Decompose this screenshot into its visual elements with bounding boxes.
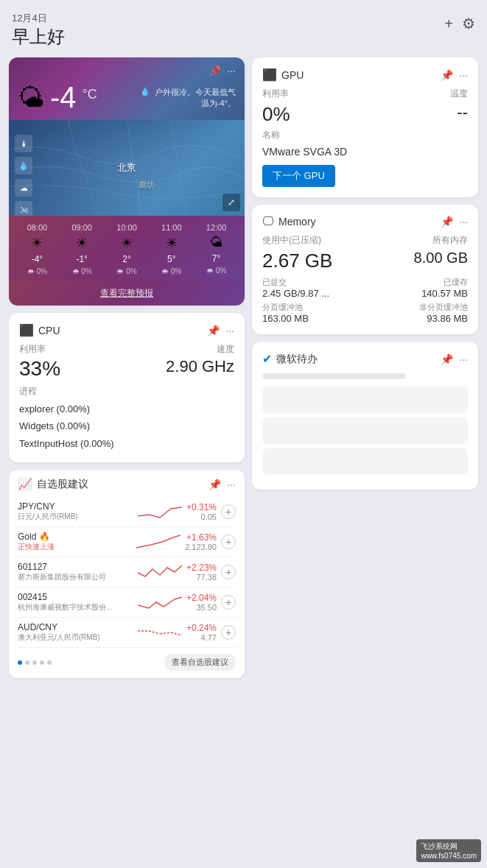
memory-committed-label: 已提交 xyxy=(262,277,362,288)
stocks-card: 📈 自选股建议 📌 ··· JPY/CNY 日元/人民币(RMB) xyxy=(9,470,245,678)
memory-icon: 🖵 xyxy=(262,215,274,228)
hourly-icon-4: 🌤 xyxy=(210,235,223,250)
hourly-item-1: 09:00 ☀ -1° 🌧 0% xyxy=(60,223,105,275)
dot-4[interactable] xyxy=(47,660,52,665)
weather-forecast-link[interactable]: 查看完整预报 xyxy=(9,280,245,306)
gpu-next-button[interactable]: 下一个 GPU xyxy=(262,165,335,187)
svg-line-6 xyxy=(171,632,182,635)
gpu-temp-value: -- xyxy=(457,103,468,126)
weather-pin-icon[interactable]: 📌 xyxy=(209,65,221,77)
todo-card-actions: 📌 ··· xyxy=(441,353,468,365)
memory-cached-section: 已缓存 140.57 MB xyxy=(368,277,469,299)
hourly-icon-0: ☀ xyxy=(31,235,43,251)
hourly-item-4: 12:00 🌤 7° 🌧 0% xyxy=(194,223,239,275)
memory-paged-label: 分页缓冲池 xyxy=(262,302,362,313)
stock-symbol-4: AUD/CNY xyxy=(18,622,133,632)
stock-item-2: 601127 赛力斯新集团股份有限公司 +2.23% 77.38 + xyxy=(18,557,236,588)
stock-desc-0: 日元/人民币(RMB) xyxy=(18,512,133,522)
cpu-process-section: 进程 explorer (0.00%) Widgets (0.00%) Text… xyxy=(19,385,234,452)
cpu-speed-section: 速度 2.90 GHz xyxy=(166,343,234,376)
weather-unit: °C xyxy=(83,87,97,102)
left-column: 📌 ··· 🌤 -4 °C 💧 户外很冷。今天最低气温为-4°。 xyxy=(9,57,245,678)
weather-city-label: 北京 xyxy=(117,161,136,174)
memory-pin-icon[interactable]: 📌 xyxy=(441,216,453,227)
stock-change-3: +2.04% xyxy=(186,593,217,603)
gpu-labels-row: 利用率 温度 xyxy=(262,88,468,100)
wind-icon[interactable]: 🌬 xyxy=(15,201,32,216)
content-row: 📌 ··· 🌤 -4 °C 💧 户外很冷。今天最低气温为-4°。 xyxy=(9,57,478,678)
hourly-item-2: 10:00 ☀ 2° 🌧 0% xyxy=(105,223,150,275)
todo-more-icon[interactable]: ··· xyxy=(459,353,468,365)
hourly-temp-4: 7° xyxy=(212,253,220,264)
settings-icon[interactable]: ⚙ xyxy=(462,15,475,32)
stock-change-1: +1.63% xyxy=(185,532,217,543)
svg-line-4 xyxy=(149,631,160,634)
hourly-icon-1: ☀ xyxy=(76,235,88,251)
stocks-more-icon[interactable]: ··· xyxy=(227,479,236,490)
hourly-temp-0: -4° xyxy=(32,254,43,264)
cpu-more-icon[interactable]: ··· xyxy=(225,325,234,336)
stock-right-3: +2.04% 35.50 xyxy=(186,593,217,612)
hourly-rain-4: 🌧 0% xyxy=(206,267,226,275)
stock-add-2[interactable]: + xyxy=(221,565,236,579)
cpu-process-2: TextInputHost (0.00%) xyxy=(19,435,234,452)
dot-2[interactable] xyxy=(32,660,37,665)
dot-0[interactable] xyxy=(18,660,22,665)
hourly-time-0: 08:00 xyxy=(27,223,48,232)
memory-cached-label: 已缓存 xyxy=(368,277,469,288)
header-icons: + ⚙ xyxy=(444,15,475,32)
todo-placeholder-2 xyxy=(262,417,468,444)
thermometer-icon[interactable]: 🌡 xyxy=(15,135,32,152)
stock-add-0[interactable]: + xyxy=(221,504,236,519)
weather-alert-text: 户外很冷。今天最低气温为-4°。 xyxy=(153,87,236,109)
memory-total-label: 所有内存 xyxy=(432,234,468,247)
header-left: 12月4日 早上好 xyxy=(12,12,65,49)
stock-add-1[interactable]: + xyxy=(221,534,236,549)
dot-1[interactable] xyxy=(25,660,29,665)
cpu-card-header: ⬛ CPU 📌 ··· xyxy=(19,323,234,337)
gpu-pin-icon[interactable]: 📌 xyxy=(441,69,453,81)
stocks-view-button[interactable]: 查看自选股建议 xyxy=(164,654,236,671)
hourly-time-2: 10:00 xyxy=(116,223,137,232)
add-icon[interactable]: + xyxy=(444,15,453,32)
memory-more-icon[interactable]: ··· xyxy=(459,216,468,227)
stock-right-4: +0.24% 4.77 xyxy=(186,623,217,642)
rain-icon[interactable]: 💧 xyxy=(15,157,32,174)
stock-add-4[interactable]: + xyxy=(221,625,236,640)
stock-chart-2 xyxy=(138,562,182,582)
forecast-link-text[interactable]: 查看完整预报 xyxy=(100,288,153,298)
hourly-temp-2: 2° xyxy=(122,254,130,264)
cpu-process-0: explorer (0.00%) xyxy=(19,401,234,417)
hourly-rain-1: 🌧 0% xyxy=(72,267,92,275)
gpu-more-icon[interactable]: ··· xyxy=(459,69,468,81)
stock-price-3: 35.50 xyxy=(186,603,217,612)
hourly-rain-0: 🌧 0% xyxy=(27,267,47,275)
stock-info-0: JPY/CNY 日元/人民币(RMB) xyxy=(18,501,133,522)
dot-3[interactable] xyxy=(40,660,44,665)
stock-right-1: +1.63% 2,123.80 xyxy=(185,532,217,551)
weather-expand-button[interactable]: ⤢ xyxy=(223,194,240,211)
weather-card: 📌 ··· 🌤 -4 °C 💧 户外很冷。今天最低气温为-4°。 xyxy=(9,57,245,306)
cpu-pin-icon[interactable]: 📌 xyxy=(207,325,220,336)
watermark-text: 飞沙系统网 xyxy=(421,842,458,850)
stock-symbol-2: 601127 xyxy=(18,562,133,572)
stock-add-3[interactable]: + xyxy=(221,595,236,610)
stocks-dots xyxy=(18,660,52,665)
gpu-values-row: 0% -- xyxy=(262,103,468,126)
header: 12月4日 早上好 + ⚙ xyxy=(9,12,478,49)
cloud-icon[interactable]: ☁ xyxy=(15,179,32,197)
watermark-url: www.fs0745.com xyxy=(421,852,477,860)
stock-symbol-0: JPY/CNY xyxy=(18,501,133,512)
cpu-icon: ⬛ xyxy=(19,323,34,337)
memory-paged-section: 分页缓冲池 163.00 MB xyxy=(262,302,362,324)
weather-temp-section: 🌤 -4 °C xyxy=(18,81,97,114)
hourly-icon-2: ☀ xyxy=(121,235,133,251)
stock-item-0: JPY/CNY 日元/人民币(RMB) +0.31% 0.05 + xyxy=(18,497,236,527)
weather-more-icon[interactable]: ··· xyxy=(227,65,236,77)
stocks-pin-icon[interactable]: 📌 xyxy=(209,479,221,490)
weather-temp: -4 xyxy=(50,81,77,114)
weather-map: 北京 廊坊· 🌡 💧 ☁ 🌬 ⤢ xyxy=(9,120,245,216)
weather-hourly: 08:00 ☀ -4° 🌧 0% 09:00 ☀ -1° 🌧 0% xyxy=(9,216,245,280)
gpu-name-label: 名称 xyxy=(262,129,468,141)
todo-pin-icon[interactable]: 📌 xyxy=(441,353,453,365)
